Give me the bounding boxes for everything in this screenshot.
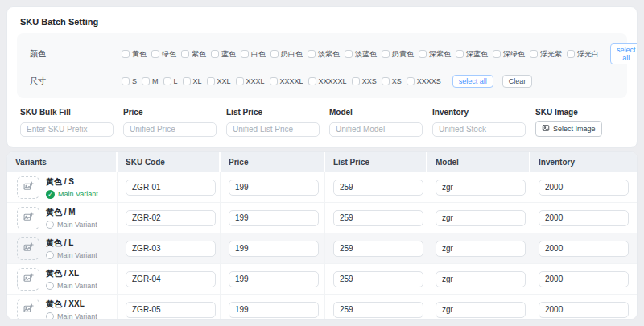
price-input[interactable] [229, 180, 319, 196]
table-row: 黄色 / XLMain Variant [7, 264, 637, 295]
option-checkbox[interactable]: 浮光白 [567, 49, 599, 60]
option-checkbox[interactable]: XS [382, 77, 402, 85]
list-price-input[interactable] [333, 180, 423, 196]
price-input[interactable] [229, 210, 319, 226]
option-checkbox[interactable]: 奶黄色 [382, 49, 414, 60]
model-cell [427, 203, 530, 233]
bulk-field-input[interactable] [226, 122, 320, 137]
price-cell [221, 233, 325, 263]
main-variant-toggle[interactable]: Main Variant [46, 312, 97, 320]
image-plus-icon [23, 211, 34, 225]
model-input[interactable] [436, 302, 526, 318]
main-variant-toggle[interactable]: Main Variant [46, 251, 97, 259]
option-checkbox[interactable]: 深紫色 [419, 49, 451, 60]
option-label: XL [193, 77, 202, 85]
bulk-field-input[interactable] [123, 122, 217, 137]
main-variant-toggle[interactable]: ✓Main Variant [46, 190, 98, 199]
bulk-field-label: Model [329, 108, 432, 117]
option-checkbox[interactable]: 淡紫色 [308, 49, 340, 60]
option-checkbox[interactable]: XXXXS [407, 77, 441, 85]
bulk-field-input[interactable] [432, 122, 526, 137]
checkbox-icon [142, 77, 150, 85]
table-row: 黄色 / XXLMain Variant [7, 295, 637, 320]
checkbox-icon [567, 50, 575, 58]
inventory-input[interactable] [539, 271, 629, 287]
model-cell [427, 295, 530, 320]
model-input[interactable] [436, 210, 526, 226]
sku-cell [118, 172, 221, 202]
option-label: L [174, 77, 178, 85]
checkbox-icon [270, 77, 278, 85]
sku-input[interactable] [126, 271, 216, 287]
bulk-fill-button[interactable]: Bulk Fill [23, 147, 118, 148]
option-checkbox[interactable]: 紫色 [181, 49, 206, 60]
inventory-input[interactable] [539, 180, 629, 196]
select-all-button[interactable]: select all [610, 43, 638, 64]
attribute-panel: 颜色黄色绿色紫色蓝色白色奶白色淡紫色淡蓝色奶黄色深紫色深蓝色深绿色浮光紫浮光白s… [17, 33, 627, 98]
option-checkbox[interactable]: 深蓝色 [456, 49, 488, 60]
variant-name: 黄色 / XXL [46, 299, 97, 310]
option-checkbox[interactable]: L [163, 77, 178, 85]
option-checkbox[interactable]: 浮光紫 [530, 49, 562, 60]
option-checkbox[interactable]: XL [183, 77, 202, 85]
option-checkbox[interactable]: M [142, 77, 159, 85]
option-label: 深绿色 [503, 49, 525, 60]
option-checkbox[interactable]: XXL [207, 77, 231, 85]
variant-image-placeholder[interactable] [17, 237, 39, 260]
list-price-input[interactable] [333, 241, 423, 257]
option-checkbox[interactable]: XXXXXL [308, 77, 347, 85]
inventory-cell [530, 233, 637, 263]
select-all-button[interactable]: select all [452, 75, 493, 88]
main-variant-toggle[interactable]: Main Variant [46, 221, 97, 229]
bulk-field-input[interactable] [20, 122, 114, 137]
sku-cell [118, 233, 221, 263]
option-checkbox[interactable]: 黄色 [122, 49, 147, 60]
sku-cell [118, 203, 221, 233]
clear-button[interactable]: Clear [502, 75, 533, 88]
option-checkbox[interactable]: 白色 [241, 49, 266, 60]
option-checkbox[interactable]: 深绿色 [493, 49, 525, 60]
list-price-input[interactable] [333, 271, 423, 287]
option-checkbox[interactable]: 蓝色 [211, 49, 236, 60]
sku-input[interactable] [126, 180, 216, 196]
sku-image-field: SKU Image Select Image [535, 108, 638, 137]
variant-image-placeholder[interactable] [17, 299, 39, 320]
option-checkbox[interactable]: S [122, 77, 137, 85]
price-input[interactable] [229, 271, 319, 287]
price-input[interactable] [229, 302, 319, 318]
option-checkbox[interactable]: 淡蓝色 [345, 49, 377, 60]
list-price-input[interactable] [333, 302, 423, 318]
inventory-input[interactable] [539, 210, 629, 226]
variant-image-placeholder[interactable] [17, 268, 39, 291]
list-price-input[interactable] [333, 210, 423, 226]
attribute-row: 尺寸SMLXLXXLXXXLXXXXLXXXXXLXXSXSXXXXSselec… [30, 75, 614, 88]
main-variant-toggle[interactable]: Main Variant [46, 282, 97, 290]
select-image-label: Select Image [553, 125, 596, 133]
price-input[interactable] [229, 241, 319, 257]
model-input[interactable] [436, 271, 526, 287]
option-label: XXXL [246, 77, 265, 85]
inventory-input[interactable] [539, 241, 629, 257]
option-checkbox[interactable]: XXXL [236, 77, 265, 85]
page-title: SKU Batch Setting [20, 17, 627, 27]
sku-cell [118, 295, 221, 320]
variants-table-card: VariantsSKU CodePriceList PriceModelInve… [6, 151, 638, 320]
sku-input[interactable] [126, 210, 216, 226]
main-variant-label: Main Variant [57, 282, 97, 290]
option-checkbox[interactable]: XXS [352, 77, 377, 85]
variant-image-placeholder[interactable] [17, 176, 39, 199]
option-label: 浮光紫 [540, 49, 562, 60]
variant-image-placeholder[interactable] [17, 207, 39, 229]
select-image-button[interactable]: Select Image [535, 121, 602, 137]
bulk-field-input[interactable] [329, 122, 423, 137]
inventory-input[interactable] [539, 302, 629, 318]
option-checkbox[interactable]: XXXXL [270, 77, 303, 85]
attribute-label: 颜色 [30, 48, 122, 60]
checkbox-icon [122, 50, 130, 58]
sku-input[interactable] [126, 241, 216, 257]
option-checkbox[interactable]: 绿色 [151, 49, 176, 60]
option-checkbox[interactable]: 奶白色 [270, 49, 303, 60]
model-input[interactable] [436, 241, 526, 257]
sku-input[interactable] [126, 302, 216, 318]
model-input[interactable] [436, 180, 526, 196]
